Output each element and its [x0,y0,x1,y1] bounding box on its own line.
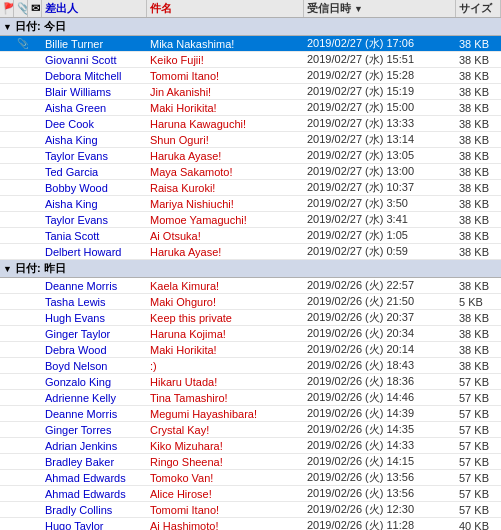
flag-cell: 🚩 [0,52,14,67]
email-row[interactable]: 🚩 📎 ✉ Aisha King Mariya Nishiuchi! 2019/… [0,196,501,212]
email-row[interactable]: 🚩 📎 ✉ Blair Williams Jin Akanishi! 2019/… [0,84,501,100]
attach-status-icon: 📎 [17,102,28,113]
read-cell: ✉ [28,84,42,99]
size-cell: 38 KB [456,196,501,211]
flag-cell: 🚩 [0,278,14,293]
subject-cell: Haruna Kawaguchi! [147,116,304,131]
date-cell: 2019/02/26 (火) 14:39 [304,406,456,421]
email-row[interactable]: 🚩 📎 ✉ Bobby Wood Raisa Kuroki! 2019/02/2… [0,180,501,196]
attach-cell: 📎 [14,454,28,469]
email-row[interactable]: 🚩 📎 ✉ Bradley Baker Ringo Sheena! 2019/0… [0,454,501,470]
group-header-0[interactable]: ▼日付: 今日 [0,18,501,36]
size-cell: 38 KB [456,326,501,341]
email-row[interactable]: 🚩 📎 ✉ Taylor Evans Haruka Ayase! 2019/02… [0,148,501,164]
flag-cell: 🚩 [0,164,14,179]
email-row[interactable]: 🚩 📎 ✉ Debora Mitchell Tomomi Itano! 2019… [0,68,501,84]
email-row[interactable]: 🚩 📎 ✉ Ahmad Edwards Tomoko Van! 2019/02/… [0,470,501,486]
flag-cell: 🚩 [0,228,14,243]
date-cell: 2019/02/27 (水) 15:19 [304,84,456,99]
email-row[interactable]: 🚩 📎 ✉ Boyd Nelson :) 2019/02/26 (火) 18:4… [0,358,501,374]
size-cell: 38 KB [456,148,501,163]
from-cell: Taylor Evans [42,148,147,163]
email-row[interactable]: 🚩 📎 ✉ Deanne Morris Megumi Hayashibara! … [0,406,501,422]
attach-cell: 📎 [14,68,28,83]
email-row[interactable]: 🚩 📎 ✉ Billie Turner Mika Nakashima! 2019… [0,36,501,52]
email-row[interactable]: 🚩 📎 ✉ Bradly Collins Tomomi Itano! 2019/… [0,502,501,518]
attach-cell: 📎 [14,100,28,115]
date-cell: 2019/02/27 (水) 13:14 [304,132,456,147]
subject-cell: Jin Akanishi! [147,84,304,99]
read-status-icon: ✉ [31,297,39,307]
from-cell: Taylor Evans [42,212,147,227]
read-cell: ✉ [28,438,42,453]
group-header-1[interactable]: ▼日付: 昨日 [0,260,501,278]
header-flag[interactable]: 🚩 [0,0,14,17]
email-row[interactable]: 🚩 📎 ✉ Debra Wood Maki Horikita! 2019/02/… [0,342,501,358]
email-row[interactable]: 🚩 📎 ✉ Aisha Green Maki Horikita! 2019/02… [0,100,501,116]
date-cell: 2019/02/26 (火) 11:28 [304,518,456,530]
subject-cell: Maki Horikita! [147,100,304,115]
email-row[interactable]: 🚩 📎 ✉ Tania Scott Ai Otsuka! 2019/02/27 … [0,228,501,244]
email-row[interactable]: 🚩 📎 ✉ Adrian Jenkins Kiko Mizuhara! 2019… [0,438,501,454]
email-row[interactable]: 🚩 📎 ✉ Dee Cook Haruna Kawaguchi! 2019/02… [0,116,501,132]
attach-status-icon: 📎 [17,150,28,161]
header-from[interactable]: 差出人 [42,0,147,17]
header-read[interactable]: ✉ [28,0,42,17]
from-cell: Hugh Evans [42,310,147,325]
read-status-icon: ✉ [31,183,39,193]
email-row[interactable]: 🚩 📎 ✉ Ginger Taylor Haruna Kojima! 2019/… [0,326,501,342]
read-status-icon: ✉ [31,505,39,515]
email-row[interactable]: 🚩 📎 ✉ Hugh Evans Keep this private 2019/… [0,310,501,326]
email-row[interactable]: 🚩 📎 ✉ Deanne Morris Kaela Kimura! 2019/0… [0,278,501,294]
read-status-icon: ✉ [31,441,39,451]
email-row[interactable]: 🚩 📎 ✉ Taylor Evans Momoe Yamaguchi! 2019… [0,212,501,228]
subject-cell: Maki Horikita! [147,342,304,357]
email-row[interactable]: 🚩 📎 ✉ Ted Garcia Maya Sakamoto! 2019/02/… [0,164,501,180]
attach-status-icon: 📎 [17,38,28,49]
header-attach[interactable]: 📎 [14,0,28,17]
size-cell: 38 KB [456,84,501,99]
date-cell: 2019/02/27 (水) 13:33 [304,116,456,131]
size-cell: 38 KB [456,180,501,195]
read-cell: ✉ [28,164,42,179]
attach-icon: 📎 [17,2,28,15]
read-cell: ✉ [28,310,42,325]
subject-cell: Hikaru Utada! [147,374,304,389]
email-row[interactable]: 🚩 📎 ✉ Hugo Taylor Ai Hashimoto! 2019/02/… [0,518,501,530]
read-status-icon: ✉ [31,55,39,65]
subject-cell: Momoe Yamaguchi! [147,212,304,227]
email-row[interactable]: 🚩 📎 ✉ Delbert Howard Haruka Ayase! 2019/… [0,244,501,260]
header-size[interactable]: サイズ [456,0,501,17]
email-row[interactable]: 🚩 📎 ✉ Ginger Torres Crystal Kay! 2019/02… [0,422,501,438]
flag-cell: 🚩 [0,68,14,83]
read-cell: ✉ [28,52,42,67]
email-row[interactable]: 🚩 📎 ✉ Tasha Lewis Maki Ohguro! 2019/02/2… [0,294,501,310]
flag-cell: 🚩 [0,518,14,530]
from-cell: Aisha King [42,132,147,147]
email-row[interactable]: 🚩 📎 ✉ Ahmad Edwards Alice Hirose! 2019/0… [0,486,501,502]
flag-cell: 🚩 [0,470,14,485]
flag-status-icon: 🚩 [3,393,14,403]
size-cell: 57 KB [456,406,501,421]
read-status-icon: ✉ [31,119,39,129]
attach-cell: 📎 [14,52,28,67]
read-cell: ✉ [28,228,42,243]
email-row[interactable]: 🚩 📎 ✉ Gonzalo King Hikaru Utada! 2019/02… [0,374,501,390]
attach-status-icon: 📎 [17,328,28,339]
flag-status-icon: 🚩 [3,103,14,113]
attach-cell: 📎 [14,196,28,211]
flag-cell: 🚩 [0,132,14,147]
email-row[interactable]: 🚩 📎 ✉ Aisha King Shun Oguri! 2019/02/27 … [0,132,501,148]
subject-cell: Raisa Kuroki! [147,180,304,195]
read-cell: ✉ [28,518,42,530]
header-date[interactable]: 受信日時 ▼ [304,0,456,17]
from-cell: Billie Turner [42,36,147,51]
flag-cell: 🚩 [0,148,14,163]
attach-cell: 📎 [14,164,28,179]
attach-cell: 📎 [14,486,28,501]
attach-status-icon: 📎 [17,360,28,371]
read-status-icon: ✉ [31,135,39,145]
email-row[interactable]: 🚩 📎 ✉ Adrienne Kelly Tina Tamashiro! 201… [0,390,501,406]
email-row[interactable]: 🚩 📎 ✉ Giovanni Scott Keiko Fujii! 2019/0… [0,52,501,68]
header-subject[interactable]: 件名 [147,0,304,17]
